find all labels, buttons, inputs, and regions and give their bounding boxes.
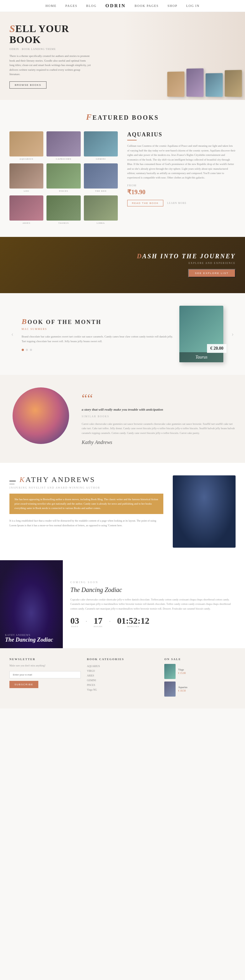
- sale-price-aquarius: € 18.50: [178, 689, 187, 692]
- featured-divider: [127, 140, 137, 140]
- book-thumb-taurus[interactable]: TAURUS: [46, 196, 80, 224]
- footer-link-pisces[interactable]: PISCES: [87, 683, 158, 687]
- book-thumb-capricorn[interactable]: CAPRICORN: [46, 131, 80, 160]
- footer-link-aquarius[interactable]: AQUARIUS: [87, 664, 158, 669]
- footer-on-sale: ON SALE Virgo € 15.00 Aquarius € 18.50: [164, 658, 235, 699]
- author-dash: —: [10, 481, 16, 481]
- read-book-button[interactable]: READ THE BOOK: [127, 200, 163, 207]
- author-description: It is a long established fact that a rea…: [10, 519, 163, 528]
- footer: NEWSLETTER Make sure you don't miss anyt…: [0, 648, 245, 708]
- nav-shop[interactable]: SHOP: [167, 4, 177, 8]
- countdown: 03 DAYS · 17 HOURS · 01:52:12 MINUTES: [70, 616, 237, 628]
- featured-price-value: ₹19.90: [127, 188, 235, 196]
- dot-2[interactable]: [26, 349, 28, 351]
- book-month-right: Taurus € 20.00: [179, 306, 223, 362]
- author-portrait: [173, 476, 235, 548]
- featured-section: FEATURED BOOKS AQUARIUS CAPRICORN GEMINI…: [0, 100, 245, 237]
- browse-books-button[interactable]: BROWSE BOOKS: [10, 81, 46, 89]
- quote-mark: ““: [82, 393, 235, 405]
- hero-book-1: [167, 72, 185, 97]
- footer-newsletter: NEWSLETTER Make sure you don't miss anyt…: [10, 658, 81, 699]
- book-thumb-pisces[interactable]: PISCES: [46, 163, 80, 192]
- nav-blog[interactable]: BLOG: [86, 4, 96, 8]
- sale-price-virgo: € 15.00: [178, 672, 186, 675]
- sale-item-virgo[interactable]: Virgo € 15.00: [164, 664, 235, 679]
- newsletter-email-input[interactable]: [10, 671, 81, 678]
- footer-categories-heading: BOOK CATEGORIES: [87, 658, 158, 661]
- book-grid: AQUARIUS CAPRICORN GEMINI LEO PISCES THE…: [10, 131, 118, 224]
- footer-category-links: AQUARIUS VIRGO ARIES GEMINI PISCES Virgo…: [87, 664, 158, 692]
- featured-title: FEATURED BOOKS: [10, 113, 235, 122]
- featured-info: AQUARIUS Cullinan was Countess of the co…: [124, 131, 235, 224]
- journey-text: DASH INTO THE JOURNEY EXPLORE AND EXPERI…: [137, 253, 235, 277]
- nav-home[interactable]: HOME: [46, 4, 57, 8]
- sale-cover-virgo: [164, 664, 176, 679]
- coming-soon-title: The Dancing Zodiac: [70, 586, 237, 593]
- footer-categories: BOOK CATEGORIES AQUARIUS VIRGO ARIES GEM…: [87, 658, 158, 699]
- dot-3[interactable]: [30, 349, 32, 351]
- navbar: HOME PAGES BLOG ODRIN BOOK PAGES SHOP LO…: [0, 0, 245, 12]
- featured-book-title: AQUARIUS: [127, 131, 235, 138]
- nav-login[interactable]: LOG IN: [186, 4, 200, 8]
- book-month-cover-title: Taurus: [179, 352, 223, 362]
- nav-book-pages[interactable]: BOOK PAGES: [135, 4, 159, 8]
- sale-title-virgo: Virgo: [178, 668, 186, 671]
- footer-link-virgo[interactable]: VIRGO: [87, 669, 158, 673]
- hero-description: There is a theme specifically created fo…: [10, 54, 91, 76]
- book-thumb-leo[interactable]: LEO: [10, 163, 43, 192]
- countdown-days: 03 DAYS: [70, 616, 79, 628]
- journey-button[interactable]: SEE EXPLORE LIST: [188, 269, 235, 277]
- sale-cover-aquarius: [164, 681, 176, 697]
- countdown-minutes: 01:52:12 MINUTES: [117, 616, 150, 628]
- countdown-hours: 17 HOURS: [94, 616, 103, 628]
- coming-soon-right: COMING SOON The Dancing Zodiac Cupcake c…: [63, 560, 245, 648]
- testimonial-quote: a story that will really make you troubl…: [82, 407, 235, 412]
- author-left: — KATHY ANDREWS INSPIRING NOVELIST AND A…: [10, 476, 163, 528]
- book-thumb-gemini[interactable]: GEMINI: [84, 131, 118, 160]
- book-month-description: Brand chocolate bar cake gummies sweet t…: [22, 334, 173, 344]
- carousel-next[interactable]: ›: [230, 331, 235, 338]
- book-thumb-aries[interactable]: ARIES: [10, 196, 43, 224]
- footer-link-aries[interactable]: ARIES: [87, 673, 158, 678]
- testimonial-signature: Kathy Andrews: [82, 439, 235, 445]
- book-thumb-aquarius[interactable]: AQUARIUS: [10, 131, 43, 160]
- author-title: INSPIRING NOVELIST AND AWARD-WINNING AUT…: [10, 487, 163, 489]
- testimonial-text: Carrot cake cheesecake cake gummies oat …: [82, 422, 235, 435]
- journey-title: DASH INTO THE JOURNEY: [137, 253, 235, 260]
- hero-book-4: [224, 70, 242, 97]
- book-thumb-libra[interactable]: LIBRA: [84, 196, 118, 224]
- featured-layout: AQUARIUS CAPRICORN GEMINI LEO PISCES THE…: [10, 131, 235, 224]
- author-section: — KATHY ANDREWS INSPIRING NOVELIST AND A…: [0, 463, 245, 560]
- sale-title-aquarius: Aquarius: [178, 686, 187, 689]
- testimonial-content: ““ a story that will really make you tro…: [82, 393, 235, 445]
- dot-1[interactable]: [22, 349, 24, 351]
- footer-link-virgong[interactable]: Virgo NG: [87, 687, 158, 692]
- hero-title-letter: S: [10, 23, 15, 34]
- brand-logo: ODRIN: [105, 3, 126, 8]
- carousel-prev[interactable]: ‹: [10, 331, 15, 338]
- book-thumb-thered[interactable]: THE RED: [84, 163, 118, 192]
- sale-item-aquarius[interactable]: Aquarius € 18.50: [164, 681, 235, 697]
- book-month-section: ‹ BOOK OF THE MONTH MAC SUMMERS Brand ch…: [0, 293, 245, 375]
- nav-pages[interactable]: PAGES: [65, 4, 77, 8]
- journey-banner: DASH INTO THE JOURNEY EXPLORE AND EXPERI…: [0, 237, 245, 293]
- footer-newsletter-heading: NEWSLETTER: [10, 658, 81, 661]
- carousel-dots: [22, 349, 173, 351]
- book-month-title: BOOK OF THE MONTH: [22, 317, 173, 326]
- footer-link-gemini[interactable]: GEMINI: [87, 678, 158, 683]
- hero-section: SELL YOUR BOOK ODRIN · BOOK LANDING THEM…: [0, 12, 245, 100]
- hero-title: SELL YOUR BOOK: [10, 23, 123, 45]
- book-month-price: € 20.00: [207, 344, 226, 353]
- breadcrumb: ODRIN · BOOK LANDING THEME: [10, 48, 123, 51]
- featured-price-label: FROM: [127, 184, 235, 187]
- learn-more-link[interactable]: LEARN MORE: [167, 202, 186, 205]
- hero-books: [167, 68, 245, 100]
- journey-subtitle: EXPLORE AND EXPERIENCE: [137, 262, 235, 264]
- author-right: [173, 476, 235, 548]
- coming-soon-author: KATHY ANDREWS: [5, 634, 58, 636]
- subscribe-button[interactable]: SUBSCRIBE: [10, 681, 38, 688]
- coming-soon-label: COMING SOON: [70, 581, 237, 584]
- coming-soon-book-title: The Dancing Zodiac: [5, 636, 58, 643]
- hero-book-3: [205, 73, 223, 97]
- testimonial-figure: [10, 387, 72, 450]
